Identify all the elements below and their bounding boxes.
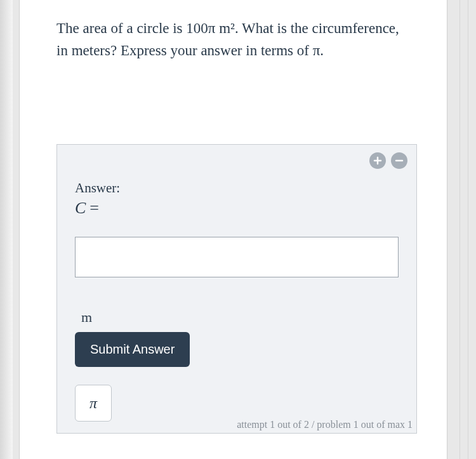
variable-letter: C (75, 199, 86, 217)
units-label: m (75, 309, 399, 326)
submit-button[interactable]: Submit Answer (75, 332, 190, 367)
equals-sign: = (89, 199, 99, 217)
plus-icon[interactable] (369, 152, 386, 169)
minus-icon[interactable] (391, 152, 407, 169)
panel-controls (369, 152, 407, 169)
answer-input[interactable] (75, 237, 399, 277)
scrollbar-track[interactable] (459, 0, 468, 459)
answer-variable: C= (75, 199, 399, 218)
answer-label: Answer: (75, 180, 399, 196)
attempt-status: attempt 1 out of 2 / problem 1 out of ma… (237, 419, 413, 430)
pi-button[interactable]: π (75, 385, 112, 422)
content-card: The area of a circle is 100π m². What is… (19, 0, 447, 459)
question-text: The area of a circle is 100π m². What is… (56, 18, 410, 62)
page-edge (0, 0, 13, 459)
answer-panel: Answer: C= m Submit Answer π attempt 1 o… (56, 144, 417, 434)
